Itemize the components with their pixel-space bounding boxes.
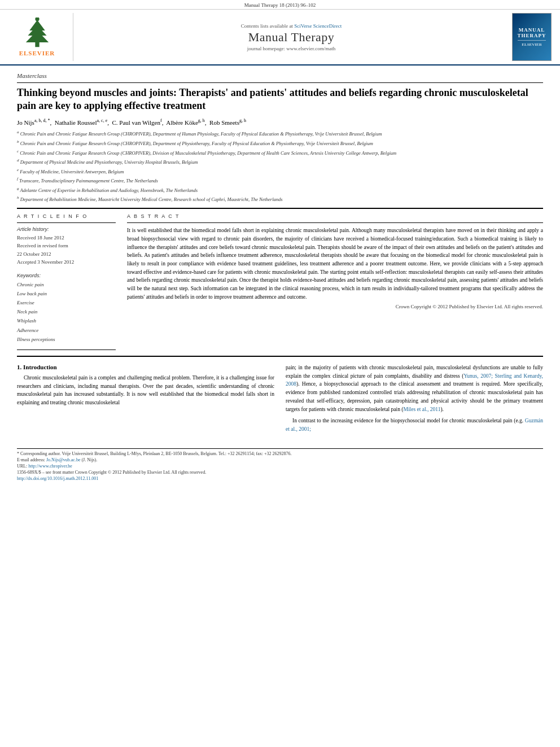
abstract-heading: A B S T R A C T <box>127 213 543 219</box>
journal-title-area: Contents lists available at SciVerse Sci… <box>78 13 505 61</box>
author-4: Albère Kökeg, h, <box>166 119 208 126</box>
affiliation-h: h Department of Rehabilitation Medicine,… <box>17 195 543 203</box>
journal-homepage: journal homepage: www.elsevier.com/math <box>247 46 335 51</box>
keyword-5: Whiplash <box>17 316 116 325</box>
keywords-label: Keywords: <box>17 273 116 278</box>
doi-link[interactable]: http://dx.doi.org/10.1016/j.math.2012.11… <box>17 476 98 481</box>
article-history-label: Article history: <box>17 226 116 232</box>
introduction-section: 1. Introduction Chronic musculoskeletal … <box>17 364 543 437</box>
keyword-1: Chronic pain <box>17 280 116 289</box>
affiliation-g: g Adelante Centre of Expertise in Rehabi… <box>17 186 543 194</box>
ref-yunus[interactable]: Yunus, 2007; Sterling and Kenardy, 2008 <box>286 373 543 387</box>
affiliation-b: b Chronic Pain and Chronic Fatigue Resea… <box>17 139 543 147</box>
introduction-left: 1. Introduction Chronic musculoskeletal … <box>17 364 274 437</box>
received-date: Received 18 June 2012 <box>17 234 116 242</box>
author-3: C. Paul van Wilgenf, <box>112 119 165 126</box>
revised-label: Received in revised form <box>17 242 116 250</box>
article-info-column: A R T I C L E I N F O Article history: R… <box>17 213 116 353</box>
main-content: Masterclass Thinking beyond muscles and … <box>0 65 560 443</box>
abstract-copyright: Crown Copyright © 2012 Published by Else… <box>127 304 543 309</box>
email-note: E-mail address: Jo.Nijs@vub.ac.be (J. Ni… <box>17 457 543 462</box>
ref-miles[interactable]: Miles et al., 2011 <box>404 407 441 412</box>
article-info-heading: A R T I C L E I N F O <box>17 213 116 219</box>
author-url-link[interactable]: http://www.chropiver.be <box>28 464 72 469</box>
introduction-right: pain; in the majority of patients with c… <box>286 364 543 437</box>
elsevier-logo-area: ELSEVIER <box>6 13 73 61</box>
introduction-title: 1. Introduction <box>17 364 274 370</box>
abstract-column: A B S T R A C T It is well established t… <box>127 213 543 353</box>
author-5: Rob Smeetsg, h <box>209 119 246 126</box>
keyword-7: Illness perceptions <box>17 335 116 344</box>
body-separator-top <box>17 208 543 209</box>
sciencedirect-line: Contents lists available at SciVerse Sci… <box>241 23 342 29</box>
svg-marker-3 <box>25 30 48 42</box>
keyword-3: Exercise <box>17 298 116 307</box>
journal-cover-area: MANUAL THERAPY ELSEVIER <box>509 13 554 61</box>
author-email-link[interactable]: Jo.Nijs@vub.ac.be <box>46 457 80 462</box>
body-separator-bottom <box>17 356 543 357</box>
affiliation-d: d Department of Physical Medicine and Ph… <box>17 158 543 166</box>
section-type: Masterclass <box>17 72 543 79</box>
doi-note: http://dx.doi.org/10.1016/j.math.2012.11… <box>17 476 543 481</box>
author-1: Jo Nijsa, b, d, *, <box>17 119 53 126</box>
affiliation-a: a Chronic Pain and Chronic Fatigue Resea… <box>17 129 543 138</box>
intro-paragraph-right-2: In contrast to the increasing evidence f… <box>286 417 543 433</box>
authors-line: Jo Nijsa, b, d, *, Nathalie Roussela, c,… <box>17 119 543 126</box>
keyword-4: Neck pain <box>17 307 116 316</box>
keyword-6: Adherence <box>17 326 116 335</box>
should-word: should <box>470 398 484 404</box>
affiliation-e: e Faculty of Medicine, Universiteit Antw… <box>17 167 543 176</box>
article-title: Thinking beyond muscles and joints: Ther… <box>17 86 543 113</box>
info-hr-bottom <box>17 350 116 350</box>
intro-paragraph-1: Chronic musculoskeletal pain is a comple… <box>17 374 274 407</box>
elsevier-tree-icon <box>15 18 60 49</box>
journal-cover-image: MANUAL THERAPY ELSEVIER <box>512 13 552 61</box>
issn-note: 1356-689X/$ – see front matter Crown Cop… <box>17 470 543 475</box>
elsevier-label: ELSEVIER <box>19 50 55 56</box>
page-footer: * Corresponding author. Vrije Universite… <box>17 448 543 481</box>
cover-line-1: MANUAL <box>519 27 545 33</box>
journal-title: Manual Therapy <box>248 30 335 45</box>
journal-citation: Manual Therapy 18 (2013) 96–102 <box>244 2 316 8</box>
affiliations: a Chronic Pain and Chronic Fatigue Resea… <box>17 129 543 203</box>
affiliation-f: f Transcare, Transdisciplinary Painmanag… <box>17 176 543 185</box>
ref-guzman[interactable]: Guzmán et al., 2001; <box>286 418 543 432</box>
accepted-date: Accepted 3 November 2012 <box>17 258 116 266</box>
author-2: Nathalie Roussela, c, e, <box>55 119 111 126</box>
info-hr <box>17 222 116 223</box>
abstract-hr <box>127 222 543 223</box>
sciencedirect-link[interactable]: SciVerse ScienceDirect <box>294 23 342 29</box>
abstract-text: It is well established that the biomedic… <box>127 226 543 301</box>
journal-top-bar: Manual Therapy 18 (2013) 96–102 <box>0 0 560 10</box>
corresponding-author-note: * Corresponding author. Vrije Universite… <box>17 451 543 456</box>
elsevier-logo: ELSEVIER <box>15 18 60 56</box>
url-note: URL: http://www.chropiver.be <box>17 464 543 469</box>
revised-date: 22 October 2012 <box>17 250 116 258</box>
cover-line-2: THERAPY <box>517 33 546 38</box>
affiliation-c: c Chronic Pain and Chronic Fatigue Resea… <box>17 148 543 157</box>
intro-paragraph-right-1: pain; in the majority of patients with c… <box>286 364 543 413</box>
keywords-list: Chronic pain Low back pain Exercise Neck… <box>17 280 116 344</box>
journal-header: ELSEVIER Contents lists available at Sci… <box>0 10 560 65</box>
svg-point-4 <box>35 18 39 21</box>
keyword-2: Low back pain <box>17 289 116 298</box>
article-body: A R T I C L E I N F O Article history: R… <box>17 213 543 353</box>
title-separator <box>17 82 543 83</box>
